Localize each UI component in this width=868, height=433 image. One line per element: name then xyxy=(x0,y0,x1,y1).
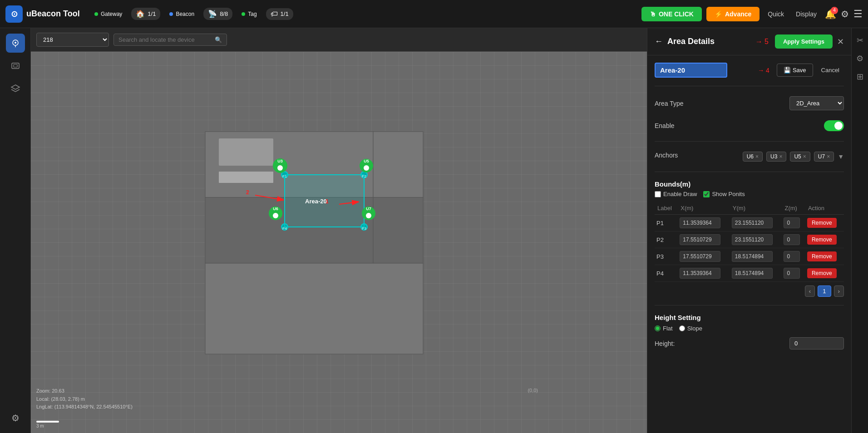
bounds-header: Bounds(m) xyxy=(655,180,844,188)
sidebar-item-devices[interactable] xyxy=(6,56,25,75)
show-points-checkbox[interactable] xyxy=(703,191,710,197)
search-input[interactable] xyxy=(118,36,212,43)
x-input[interactable] xyxy=(680,217,720,228)
prev-page-button[interactable]: ‹ xyxy=(805,285,815,297)
page-1-button[interactable]: 1 xyxy=(818,285,831,297)
gateway-dot xyxy=(94,12,98,16)
notification-badge: 4 xyxy=(831,7,838,14)
enable-label: Enable xyxy=(655,122,675,129)
display-button[interactable]: Display xyxy=(792,9,820,20)
close-panel-button[interactable]: ✕ xyxy=(837,37,844,47)
height-field-row: Height: xyxy=(655,335,844,351)
flat-radio-label[interactable]: Flat xyxy=(655,325,673,332)
y-input[interactable] xyxy=(732,268,773,279)
settings-icon-button[interactable]: ⚙ xyxy=(854,52,865,65)
z-input[interactable] xyxy=(784,268,800,279)
z-input[interactable] xyxy=(784,251,800,262)
y-input[interactable] xyxy=(732,234,773,245)
slope-radio-label[interactable]: Slope xyxy=(679,325,702,332)
advance-button[interactable]: ⚡ Advance xyxy=(706,7,760,21)
table-row: P1 Remove xyxy=(655,215,844,231)
height-input[interactable] xyxy=(789,337,844,349)
table-row: P3 Remove xyxy=(655,248,844,265)
notification-button[interactable]: 🔔 4 xyxy=(825,9,836,20)
remove-button-0[interactable]: Remove xyxy=(807,218,837,228)
svg-rect-9 xyxy=(373,197,423,263)
one-click-button[interactable]: 🖱 ONE CLICK xyxy=(641,7,702,21)
anchors-label: Anchors xyxy=(655,152,686,159)
menu-button[interactable]: ☰ xyxy=(853,8,863,20)
show-points-label[interactable]: Show Ponits xyxy=(703,191,745,197)
sidebar-item-map[interactable] xyxy=(6,34,25,53)
remove-button-3[interactable]: Remove xyxy=(807,268,837,278)
beacon-count: 8/8 xyxy=(220,10,228,17)
layers-icon-button[interactable]: ⊞ xyxy=(855,70,865,84)
anchor-u5: U5 × xyxy=(790,152,810,162)
x-input[interactable] xyxy=(680,234,720,245)
svg-rect-10 xyxy=(205,263,423,354)
remove-u7[interactable]: × xyxy=(827,153,830,160)
remove-button-1[interactable]: Remove xyxy=(807,235,837,245)
pagination: ‹ 1 › xyxy=(655,285,844,297)
gateway-status: Gateway xyxy=(94,11,122,17)
settings-button[interactable]: ⚙ xyxy=(841,9,849,20)
remove-u3[interactable]: × xyxy=(779,153,782,160)
cancel-button[interactable]: Cancel xyxy=(817,64,844,76)
area-type-label: Area Type xyxy=(655,100,684,107)
remove-u6[interactable]: × xyxy=(755,153,759,160)
flat-radio[interactable] xyxy=(655,325,661,331)
map-toolbar: 218 🔍 xyxy=(31,28,647,52)
remove-button-2[interactable]: Remove xyxy=(807,251,837,261)
bounds-table: Label X(m) Y(m) Z(m) Action P1 Remove P2 xyxy=(655,202,844,282)
col-z: Z(m) xyxy=(782,202,805,215)
height-type-row: Flat Slope xyxy=(655,325,844,332)
map-canvas[interactable]: Area-20 P1 P2 P3 P4 U3 xyxy=(31,52,647,433)
x-input[interactable] xyxy=(680,268,720,279)
anchor-u6: U6 × xyxy=(743,152,763,162)
tag-label: Tag xyxy=(248,11,256,17)
divider-4 xyxy=(655,305,844,305)
floor-plan-svg: Area-20 P1 P2 P3 P4 U3 xyxy=(196,123,432,363)
tag-badge: 🏷 1/1 xyxy=(266,8,293,20)
area-name-input[interactable] xyxy=(655,63,727,78)
beacon-badge: 📡 8/8 xyxy=(203,8,232,20)
divider-2 xyxy=(655,141,844,142)
z-input[interactable] xyxy=(784,217,800,228)
x-input[interactable] xyxy=(680,251,720,262)
zoom-info: Zoom: 20.63 xyxy=(36,387,133,395)
remove-u5[interactable]: × xyxy=(803,153,806,160)
svg-rect-12 xyxy=(219,172,273,183)
cell-y xyxy=(730,231,782,248)
y-input[interactable] xyxy=(732,251,773,262)
cell-x xyxy=(678,265,730,282)
y-input[interactable] xyxy=(732,217,773,228)
cell-action: Remove xyxy=(805,265,844,282)
search-box[interactable]: 🔍 xyxy=(113,34,227,46)
apply-settings-button[interactable]: Apply Settings xyxy=(775,34,833,49)
area-type-select[interactable]: 2D_Area xyxy=(789,96,844,110)
svg-text:1: 1 xyxy=(326,198,329,205)
floor-select[interactable]: 218 xyxy=(36,33,109,47)
sidebar-settings[interactable]: ⚙ xyxy=(6,408,25,428)
app-logo: ⊙ uBeacon Tool xyxy=(5,5,87,23)
z-input[interactable] xyxy=(784,234,800,245)
quick-button[interactable]: Quick xyxy=(764,9,788,20)
cell-z xyxy=(782,248,805,265)
enable-draw-checkbox[interactable] xyxy=(655,191,661,197)
sidebar-item-layers[interactable] xyxy=(6,79,25,98)
anchors-dropdown[interactable]: ▼ xyxy=(838,153,844,160)
scissors-icon-button[interactable]: ✂ xyxy=(855,34,865,47)
enable-toggle[interactable] xyxy=(824,120,844,131)
panel-header: ← Area Details → 5 Apply Settings ✕ xyxy=(647,28,851,55)
back-button[interactable]: ← xyxy=(655,37,663,46)
save-button[interactable]: 💾 Save xyxy=(777,64,813,77)
left-sidebar: ⚙ xyxy=(0,28,31,433)
top-navigation: ⊙ uBeacon Tool Gateway 🏠 1/1 Beacon 📡 8/… xyxy=(0,0,868,28)
area-name-row: → 4 💾 Save Cancel xyxy=(655,63,844,78)
enable-draw-label[interactable]: Enable Draw xyxy=(655,191,697,197)
slope-radio[interactable] xyxy=(679,325,685,331)
bounds-controls: Enable Draw Show Ponits xyxy=(655,191,844,197)
col-y: Y(m) xyxy=(730,202,782,215)
svg-marker-4 xyxy=(11,85,20,89)
next-page-button[interactable]: › xyxy=(834,285,844,297)
